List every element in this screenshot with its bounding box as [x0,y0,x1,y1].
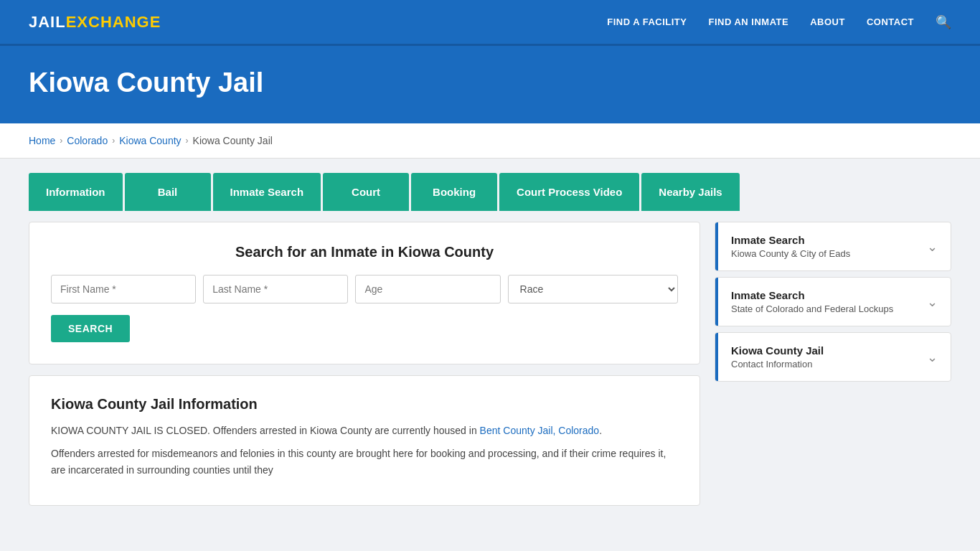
breadcrumb-bar: Home › Colorado › Kiowa County › Kiowa C… [0,123,980,159]
sidebar-card-2: Inmate Search State of Colorado and Fede… [715,277,951,326]
search-fields: Race White Black Hispanic Asian Native A… [51,275,678,303]
bent-county-link[interactable]: Bent County Jail, Colorado [480,425,600,436]
age-input[interactable] [355,275,500,303]
site-header: JAIL EXCHANGE FIND A FACILITY FIND AN IN… [0,0,980,46]
sidebar-title-main-3: Kiowa County Jail [731,344,824,357]
sidebar-title-sub-1: Kiowa County & City of Eads [731,248,850,259]
main-nav: FIND A FACILITY FIND AN INMATE ABOUT CON… [607,14,951,30]
nav-find-inmate[interactable]: FIND AN INMATE [708,17,788,27]
tab-inmate-search[interactable]: Inmate Search [213,173,321,211]
sidebar-card-header-2[interactable]: Inmate Search State of Colorado and Fede… [715,278,951,326]
breadcrumb-home[interactable]: Home [29,135,55,146]
breadcrumb-sep-3: › [186,136,189,146]
sidebar-card-3: Kiowa County Jail Contact Information ⌄ [715,332,951,382]
tabs-bar: Information Bail Inmate Search Court Boo… [0,159,980,211]
sidebar-card-title-1: Inmate Search Kiowa County & City of Ead… [731,234,850,259]
nav-contact[interactable]: CONTACT [867,17,914,27]
sidebar-title-sub-3: Contact Information [731,359,824,369]
site-logo[interactable]: JAIL EXCHANGE [29,13,161,32]
sidebar-card-title-3: Kiowa County Jail Contact Information [731,344,824,369]
inmate-search-box: Search for an Inmate in Kiowa County Rac… [29,222,700,364]
breadcrumb-sep-1: › [60,136,62,146]
nav-about[interactable]: ABOUT [810,17,845,27]
sidebar-title-sub-2: State of Colorado and Federal Lockups [731,303,893,314]
search-button[interactable]: SEARCH [51,315,130,342]
breadcrumb-current: Kiowa County Jail [193,135,273,146]
info-box: Kiowa County Jail Information KIOWA COUN… [29,375,700,506]
first-name-input[interactable] [51,275,196,303]
sidebar-card-1: Inmate Search Kiowa County & City of Ead… [715,222,951,271]
tab-information[interactable]: Information [29,173,123,211]
breadcrumb-colorado[interactable]: Colorado [67,135,108,146]
sidebar-card-header-3[interactable]: Kiowa County Jail Contact Information ⌄ [715,333,951,381]
sidebar-title-main-2: Inmate Search [731,289,893,301]
tab-bail[interactable]: Bail [125,173,211,211]
logo-exchange: EXCHANGE [66,13,161,32]
search-heading: Search for an Inmate in Kiowa County [51,244,678,260]
breadcrumb-kiowa-county[interactable]: Kiowa County [119,135,181,146]
left-content: Search for an Inmate in Kiowa County Rac… [29,211,700,506]
sidebar-card-title-2: Inmate Search State of Colorado and Fede… [731,289,893,314]
page-title: Kiowa County Jail [29,67,951,98]
sidebar-title-main-1: Inmate Search [731,234,850,246]
breadcrumb: Home › Colorado › Kiowa County › Kiowa C… [29,135,951,146]
tab-booking[interactable]: Booking [411,173,497,211]
race-select[interactable]: Race White Black Hispanic Asian Native A… [508,275,678,303]
chevron-icon-3: ⌄ [927,349,938,365]
sidebar-card-header-1[interactable]: Inmate Search Kiowa County & City of Ead… [715,222,951,270]
hero-section: Kiowa County Jail [0,46,980,123]
nav-find-facility[interactable]: FIND A FACILITY [607,17,687,27]
breadcrumb-sep-2: › [112,136,115,146]
logo-jail: JAIL [29,13,66,32]
right-sidebar: Inmate Search Kiowa County & City of Ead… [715,222,951,387]
tab-nearby-jails[interactable]: Nearby Jails [641,173,739,211]
main-content: Search for an Inmate in Kiowa County Rac… [0,211,980,534]
last-name-input[interactable] [203,275,348,303]
tab-court-process-video[interactable]: Court Process Video [499,173,639,211]
chevron-icon-1: ⌄ [927,239,938,255]
info-paragraph-2: Offenders arrested for misdemeanors and … [51,446,678,478]
header-search-icon[interactable]: 🔍 [936,14,951,30]
tab-court[interactable]: Court [323,173,409,211]
info-heading: Kiowa County Jail Information [51,396,678,413]
chevron-icon-2: ⌄ [927,294,938,310]
tabs-list: Information Bail Inmate Search Court Boo… [29,173,951,211]
info-paragraph-1: KIOWA COUNTY JAIL IS CLOSED. Offenders a… [51,423,678,438]
